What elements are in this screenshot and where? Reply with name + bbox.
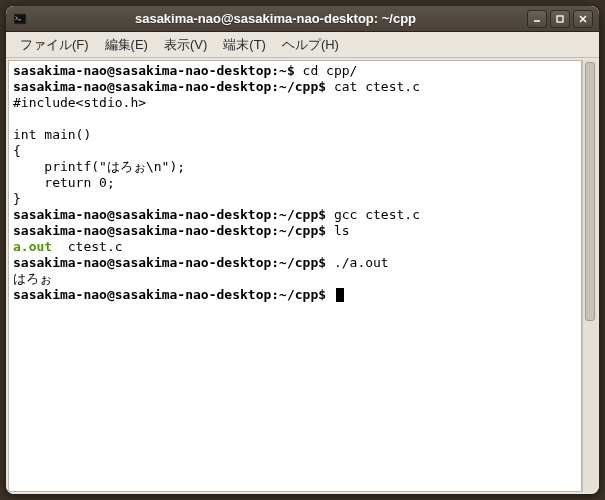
titlebar[interactable]: sasakima-nao@sasakima-nao-desktop: ~/cpp <box>6 6 599 32</box>
command-text: gcc ctest.c <box>326 207 420 222</box>
menu-view[interactable]: 表示(V) <box>156 33 215 57</box>
minimize-button[interactable] <box>527 10 547 28</box>
command-text <box>326 287 334 302</box>
prompt: sasakima-nao@sasakima-nao-desktop:~$ <box>13 63 295 78</box>
program-output: はろぉ <box>13 271 52 286</box>
ls-executable: a.out <box>13 239 52 254</box>
source-line: #include<stdio.h> <box>13 95 146 110</box>
svg-rect-4 <box>557 16 563 22</box>
terminal-window: sasakima-nao@sasakima-nao-desktop: ~/cpp… <box>6 6 599 494</box>
terminal-area: sasakima-nao@sasakima-nao-desktop:~$ cd … <box>6 58 599 494</box>
source-line: printf("はろぉ\n"); <box>13 159 185 174</box>
maximize-button[interactable] <box>550 10 570 28</box>
scrollbar[interactable] <box>582 60 597 492</box>
menu-file[interactable]: ファイル(F) <box>12 33 97 57</box>
command-text: cat ctest.c <box>326 79 420 94</box>
source-line: { <box>13 143 21 158</box>
command-text: cd cpp/ <box>295 63 358 78</box>
window-title: sasakima-nao@sasakima-nao-desktop: ~/cpp <box>34 11 527 26</box>
source-line: int main() <box>13 127 91 142</box>
prompt: sasakima-nao@sasakima-nao-desktop:~/cpp$ <box>13 287 326 302</box>
prompt: sasakima-nao@sasakima-nao-desktop:~/cpp$ <box>13 79 326 94</box>
source-line: return 0; <box>13 175 115 190</box>
scrollbar-thumb[interactable] <box>585 62 595 321</box>
menu-terminal[interactable]: 端末(T) <box>215 33 274 57</box>
close-button[interactable] <box>573 10 593 28</box>
terminal-output[interactable]: sasakima-nao@sasakima-nao-desktop:~$ cd … <box>8 60 582 492</box>
prompt: sasakima-nao@sasakima-nao-desktop:~/cpp$ <box>13 207 326 222</box>
prompt: sasakima-nao@sasakima-nao-desktop:~/cpp$ <box>13 223 326 238</box>
source-line: } <box>13 191 21 206</box>
cursor <box>336 288 344 302</box>
window-controls <box>527 10 593 28</box>
menu-help[interactable]: ヘルプ(H) <box>274 33 347 57</box>
menubar: ファイル(F) 編集(E) 表示(V) 端末(T) ヘルプ(H) <box>6 32 599 58</box>
ls-file: ctest.c <box>52 239 122 254</box>
terminal-icon <box>12 11 28 27</box>
command-text: ./a.out <box>326 255 389 270</box>
prompt: sasakima-nao@sasakima-nao-desktop:~/cpp$ <box>13 255 326 270</box>
menu-edit[interactable]: 編集(E) <box>97 33 156 57</box>
command-text: ls <box>326 223 349 238</box>
